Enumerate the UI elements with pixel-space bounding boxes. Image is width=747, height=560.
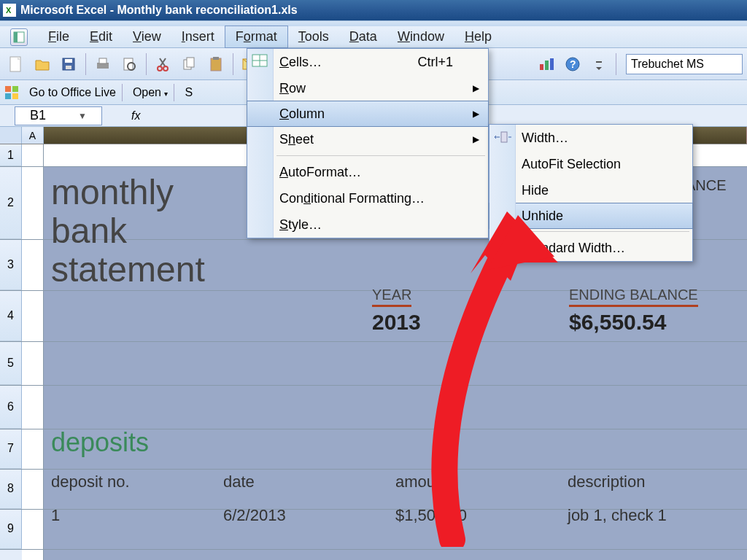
format-autoformat-item[interactable]: AutoFormat… <box>247 159 488 185</box>
row-header-4[interactable]: 4 <box>0 290 22 341</box>
svg-rect-17 <box>211 58 221 71</box>
svg-rect-27 <box>12 86 18 92</box>
col-amount: amount <box>395 472 568 491</box>
select-all-corner[interactable] <box>0 127 22 144</box>
save-icon[interactable] <box>57 52 80 76</box>
row-header-9[interactable]: 9 <box>0 509 22 549</box>
new-icon[interactable] <box>4 52 28 76</box>
svg-rect-7 <box>65 59 72 63</box>
fx-label: fx <box>131 109 140 122</box>
formula-bar[interactable]: fx <box>131 109 140 122</box>
row-header-8[interactable]: 8 <box>0 469 22 509</box>
menu-tools[interactable]: Tools <box>288 26 339 47</box>
year-label: YEAR <box>372 287 411 307</box>
svg-rect-16 <box>187 58 194 67</box>
menu-edit[interactable]: Edit <box>80 26 123 47</box>
open-icon[interactable] <box>31 52 54 76</box>
go-to-office-live-button[interactable]: Go to Office Live <box>23 84 123 101</box>
format-row-item[interactable]: Row▶ <box>247 75 488 101</box>
submenu-arrow-icon: ▶ <box>473 134 479 144</box>
row-header-5[interactable]: 5 <box>0 341 22 385</box>
paste-icon[interactable] <box>204 52 228 76</box>
dep-amount: $1,500.00 <box>395 506 568 525</box>
name-box[interactable]: B1 ▼ <box>15 106 102 125</box>
dep-no: 1 <box>51 506 223 525</box>
submenu-arrow-icon: ▶ <box>473 83 479 93</box>
column-hide-item[interactable]: Hide <box>489 177 692 203</box>
menu-file[interactable]: File <box>38 26 80 47</box>
svg-rect-20 <box>540 64 543 70</box>
row-header-7[interactable]: 7 <box>0 429 22 469</box>
row-header-1[interactable]: 1 <box>0 144 22 166</box>
col-deposit-no: deposit no. <box>51 472 223 491</box>
format-cells-item[interactable]: Cells… Ctrl+1 <box>247 49 488 75</box>
menubar: File Edit View Insert Format Tools Data … <box>0 26 747 48</box>
window-title: Microsoft Excel - Monthly bank reconcili… <box>20 4 298 17</box>
svg-rect-8 <box>66 66 71 69</box>
svg-rect-26 <box>5 86 11 92</box>
column-submenu: Width… AutoFit Selection Hide Unhide Sta… <box>489 124 693 262</box>
menu-window[interactable]: Window <box>387 26 454 47</box>
print-preview-icon[interactable] <box>117 52 141 76</box>
deposits-header: deposits <box>51 427 740 458</box>
save-button-partial[interactable]: S <box>179 84 198 101</box>
svg-rect-21 <box>545 61 549 70</box>
cells-shortcut: Ctrl+1 <box>417 55 453 70</box>
menu-help[interactable]: Help <box>454 26 502 47</box>
font-name: Trebuchet MS <box>631 58 704 71</box>
svg-point-14 <box>163 66 168 71</box>
ribbon-strip <box>0 20 747 26</box>
menu-view[interactable]: View <box>123 26 171 47</box>
row-header-2[interactable]: 2 <box>0 166 22 239</box>
row-header-6[interactable]: 6 <box>0 385 22 429</box>
svg-rect-22 <box>550 58 554 70</box>
office-live-icon <box>4 85 19 100</box>
menu-format[interactable]: Format <box>225 26 288 48</box>
chart-icon[interactable] <box>535 52 558 76</box>
cut-icon[interactable] <box>152 52 175 76</box>
dep-date: 6/2/2013 <box>223 506 395 525</box>
menu-insert[interactable]: Insert <box>171 26 225 47</box>
name-box-dropdown-icon[interactable]: ▼ <box>78 111 87 121</box>
print-icon[interactable] <box>91 52 115 76</box>
toolbar-options-icon[interactable] <box>587 52 611 76</box>
svg-point-13 <box>158 66 162 71</box>
column-standard-width-item[interactable]: Standard Width… <box>489 235 692 261</box>
submenu-arrow-icon: ▶ <box>473 109 479 119</box>
format-style-item[interactable]: Style… <box>247 211 488 238</box>
ending-balance-label: ENDING BALANCE <box>569 287 698 307</box>
svg-rect-28 <box>5 93 11 99</box>
excel-icon: X <box>3 4 16 17</box>
open-button[interactable]: Open ▾ <box>127 84 175 101</box>
svg-rect-33 <box>501 132 507 142</box>
year-value: 2013 <box>372 310 421 335</box>
dep-desc: job 1, check 1 <box>568 506 740 525</box>
help-icon[interactable]: ? <box>561 52 584 76</box>
excel-doc-icon[interactable] <box>10 28 28 46</box>
format-menu-dropdown: Cells… Ctrl+1 Row▶ Column▶ Sheet▶ AutoFo… <box>247 48 489 238</box>
column-header-a[interactable]: A <box>22 127 44 144</box>
col-date: date <box>223 472 395 491</box>
cells-icon <box>252 54 268 71</box>
svg-rect-18 <box>213 57 219 60</box>
font-selector[interactable]: Trebuchet MS <box>626 54 743 74</box>
svg-rect-25 <box>596 61 602 63</box>
menu-data[interactable]: Data <box>339 26 387 47</box>
name-box-value: B1 <box>30 108 46 123</box>
format-sheet-item[interactable]: Sheet▶ <box>247 126 488 152</box>
row-header-3[interactable]: 3 <box>0 239 22 290</box>
format-column-item[interactable]: Column▶ <box>247 101 489 127</box>
column-width-item[interactable]: Width… <box>489 125 692 151</box>
column-unhide-item[interactable]: Unhide <box>489 203 693 229</box>
titlebar: X Microsoft Excel - Monthly bank reconci… <box>0 0 747 20</box>
copy-icon[interactable] <box>178 52 201 76</box>
col-description: description <box>568 472 740 491</box>
svg-rect-29 <box>12 93 18 99</box>
format-conditional-item[interactable]: Conditional Formatting… <box>247 185 488 211</box>
svg-text:?: ? <box>570 58 576 70</box>
svg-text:X: X <box>6 6 12 15</box>
svg-rect-3 <box>14 32 18 42</box>
svg-rect-10 <box>99 58 107 63</box>
column-autofit-item[interactable]: AutoFit Selection <box>489 151 692 177</box>
width-icon <box>494 131 511 145</box>
